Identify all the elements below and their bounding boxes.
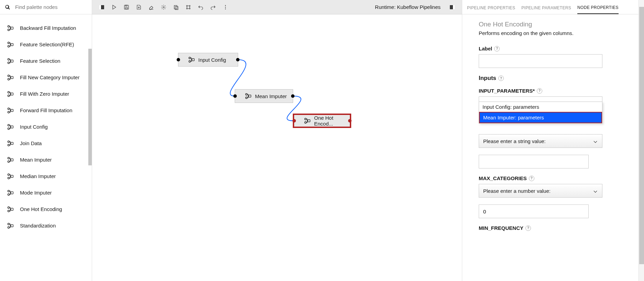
palette-item-label: Mean Imputer	[20, 157, 52, 163]
node-icon	[7, 74, 14, 81]
help-icon[interactable]: ?	[529, 176, 534, 181]
help-icon[interactable]: ?	[525, 225, 531, 231]
max-categories-label: MAX_CATEGORIES	[479, 175, 527, 181]
arrange-button[interactable]	[182, 1, 195, 13]
palette-item[interactable]: Standardization	[0, 218, 92, 234]
more-button[interactable]	[219, 1, 232, 13]
label-input[interactable]	[479, 54, 602, 68]
port-in[interactable]	[177, 58, 180, 61]
flow-node-mean-imputer[interactable]: Mean Imputer	[235, 89, 293, 103]
palette-search[interactable]	[0, 0, 92, 14]
port-out[interactable]	[348, 119, 352, 122]
port-out[interactable]	[236, 58, 240, 61]
palette-item[interactable]: Mode Imputer	[0, 185, 92, 201]
help-icon[interactable]: ?	[498, 75, 504, 81]
field-input-parameters: INPUT_PARAMETERS*? Input Config: paramet…	[479, 88, 630, 110]
canvas[interactable]: Input Config Mean Imputer One Hot Encod.…	[92, 14, 462, 281]
tab-node-properties[interactable]: NODE PROPERTIES	[577, 2, 619, 14]
palette-list: Backward Fill Imputation Feature Selecti…	[0, 14, 92, 281]
toggle-panel-button[interactable]	[446, 1, 458, 13]
palette-sidebar: Backward Fill Imputation Feature Selecti…	[0, 0, 92, 281]
inputs-section-label: Inputs	[479, 75, 496, 82]
flow-node-label: Input Config	[198, 57, 226, 63]
help-icon[interactable]: ?	[537, 88, 542, 94]
node-title: One Hot Encoding	[479, 21, 630, 28]
field-min-frequency: MIN_FREQUENCY?	[479, 225, 630, 231]
node-description: Performs encoding on the given columns.	[479, 30, 630, 36]
dropdown-option[interactable]: Input Config: parameters	[479, 102, 602, 112]
palette-item[interactable]: One Hot Encoding	[0, 201, 92, 218]
flow-node-label: One Hot Encod...	[314, 115, 346, 127]
chevron-down-icon	[594, 189, 597, 192]
node-icon	[7, 25, 14, 32]
clear-button[interactable]	[145, 1, 157, 13]
node-icon	[7, 107, 14, 114]
collapse-palette-button[interactable]	[96, 1, 108, 13]
flow-node-input-config[interactable]: Input Config	[178, 53, 238, 67]
node-icon	[7, 206, 14, 213]
node-icon	[7, 189, 14, 196]
port-in[interactable]	[233, 94, 237, 98]
input-params-label: INPUT_PARAMETERS*	[479, 88, 535, 94]
run-button[interactable]	[108, 1, 120, 13]
palette-item-label: Feature Selection(RFE)	[20, 42, 74, 48]
node-icon	[7, 140, 14, 147]
settings-button[interactable]	[157, 1, 170, 13]
string-input[interactable]	[479, 155, 589, 168]
palette-item[interactable]: Feature Selection	[0, 53, 92, 69]
field-label: Label?	[479, 46, 630, 68]
palette-item[interactable]: Mean Imputer	[0, 152, 92, 168]
label-text: Label	[479, 46, 492, 51]
panel-body: One Hot Encoding Performs encoding on th…	[462, 14, 644, 281]
port-out[interactable]	[291, 94, 295, 98]
max-categories-input[interactable]	[479, 204, 589, 218]
tab-pipeline-properties[interactable]: PIPELINE PROPERTIES	[467, 2, 515, 14]
palette-item-label: Fill With Zero Imputer	[20, 91, 69, 97]
palette-item[interactable]: Input Config	[0, 119, 92, 135]
window-scrollbar[interactable]	[639, 0, 644, 281]
flow-node-label: Mean Imputer	[255, 93, 287, 99]
palette-item-label: Feature Selection	[20, 58, 60, 64]
max-categories-select[interactable]: Please enter a number value:	[479, 184, 602, 198]
palette-scrollbar[interactable]	[88, 49, 92, 165]
tabs: PIPELINE PROPERTIES PIPELINE PARAMETERS …	[462, 0, 644, 14]
scrollbar-thumb[interactable]	[639, 7, 644, 264]
palette-item[interactable]: Median Imputer	[0, 168, 92, 185]
redo-button[interactable]	[207, 1, 219, 13]
search-icon	[5, 4, 10, 10]
flow-node-one-hot-encoding[interactable]: One Hot Encod...	[293, 114, 351, 128]
dropdown-option-highlighted[interactable]: Mean Imputer: parameters	[479, 112, 602, 123]
palette-item[interactable]: Feature Selection(RFE)	[0, 36, 92, 53]
palette-search-input[interactable]	[15, 4, 87, 10]
help-icon[interactable]: ?	[494, 46, 500, 51]
export-button[interactable]	[133, 1, 145, 13]
runtime-label: Runtime: Kubeflow Pipelines	[369, 4, 446, 10]
node-icon	[7, 91, 14, 97]
string-select[interactable]: Please enter a string value:	[479, 134, 602, 148]
palette-item[interactable]: Join Data	[0, 135, 92, 152]
canvas-area: Runtime: Kubeflow Pipelines Input Config…	[92, 0, 462, 281]
save-button[interactable]	[120, 1, 133, 13]
node-icon	[188, 56, 195, 63]
palette-item[interactable]: Fill With Zero Imputer	[0, 86, 92, 102]
node-icon	[7, 222, 14, 229]
edges	[92, 14, 462, 281]
select-placeholder: Please enter a string value:	[483, 138, 546, 144]
field-string-select: Please enter a string value:	[479, 134, 630, 148]
palette-item[interactable]: Backward Fill Imputation	[0, 20, 92, 36]
palette-item-label: Join Data	[20, 140, 42, 147]
port-in[interactable]	[292, 119, 296, 122]
svg-point-8	[163, 7, 164, 8]
palette-item[interactable]: Forward Fill Imputation	[0, 102, 92, 119]
input-params-dropdown: Input Config: parameters Mean Imputer: p…	[479, 102, 602, 124]
undo-button[interactable]	[195, 1, 207, 13]
node-icon	[304, 117, 311, 124]
toolbar: Runtime: Kubeflow Pipelines	[92, 0, 462, 14]
palette-item-label: Median Imputer	[20, 173, 56, 179]
palette-item-label: Backward Fill Imputation	[20, 25, 76, 31]
svg-point-17	[225, 8, 226, 9]
svg-rect-9	[174, 5, 177, 9]
paste-button[interactable]	[170, 1, 182, 13]
palette-item[interactable]: Fill New Category Imputer	[0, 69, 92, 86]
tab-pipeline-parameters[interactable]: PIPELINE PARAMETERS	[521, 2, 571, 14]
